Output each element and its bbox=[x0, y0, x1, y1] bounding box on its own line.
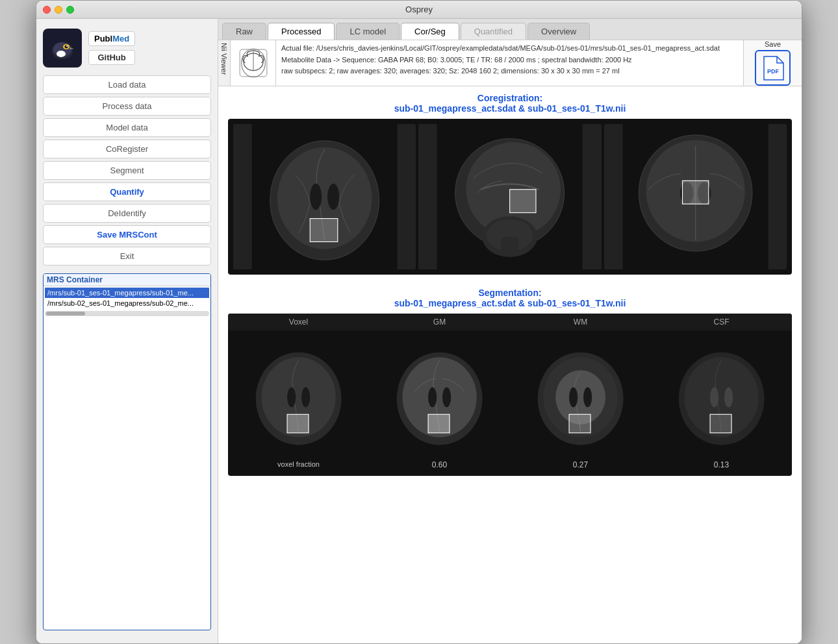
osprey-logo-icon bbox=[43, 29, 82, 68]
quantify-button[interactable]: Quantify bbox=[43, 182, 211, 201]
save-label: Save bbox=[765, 40, 781, 48]
meta-line2: raw subspecs: 2; raw averages: 320; aver… bbox=[281, 66, 738, 77]
svg-point-53 bbox=[710, 387, 718, 407]
sidebar-logo: PublMed GitHub bbox=[36, 25, 218, 74]
tab-raw[interactable]: Raw bbox=[222, 23, 266, 40]
exit-button[interactable]: Exit bbox=[43, 247, 211, 266]
svg-rect-23 bbox=[510, 190, 536, 213]
tab-overview[interactable]: Overview bbox=[527, 23, 590, 40]
mrs-container: MRS Container /mrs/sub-01_ses-01_megapre… bbox=[43, 273, 211, 630]
coreg-title-line1: Coregistration: bbox=[477, 93, 542, 103]
segmentation-section: Segmentation: sub-01_megapress_act.sdat … bbox=[228, 288, 792, 476]
save-area: Save PDF bbox=[743, 40, 802, 86]
tab-corseg[interactable]: Cor/Seg bbox=[401, 23, 459, 40]
seg-gm-image: 0.60 bbox=[369, 330, 510, 460]
axial-view bbox=[233, 124, 416, 269]
save-mrscont-button[interactable]: Save MRSCont bbox=[43, 225, 211, 244]
seg-wm-svg bbox=[517, 340, 644, 454]
pdf-icon-svg: PDF bbox=[761, 55, 785, 81]
svg-text:PDF: PDF bbox=[767, 68, 780, 75]
svg-rect-22 bbox=[502, 237, 519, 255]
window-title: Osprey bbox=[405, 5, 433, 14]
minimize-button[interactable] bbox=[55, 6, 62, 14]
actual-file-path: Actual file: /Users/chris_davies-jenkins… bbox=[281, 43, 738, 55]
meta-line1: Metabolite Data -> Sequence: GABA PAR 68… bbox=[281, 55, 738, 66]
mrs-scrollbar[interactable] bbox=[45, 311, 209, 316]
csf-fraction: 0.13 bbox=[714, 460, 729, 472]
segmentation-container: Voxel GM WM CSF bbox=[228, 314, 792, 476]
nii-info: Actual file: /Users/chris_davies-jenkins… bbox=[276, 40, 743, 86]
gm-fraction: 0.60 bbox=[432, 460, 447, 472]
brain-outline-svg bbox=[237, 47, 270, 79]
sagittal-brain-svg bbox=[418, 124, 601, 269]
svg-point-35 bbox=[301, 387, 310, 407]
seg-brain-gm bbox=[369, 334, 510, 460]
seg-csf-image: 0.13 bbox=[651, 330, 792, 460]
svg-rect-30 bbox=[682, 180, 708, 204]
svg-rect-49 bbox=[569, 414, 590, 433]
pdf-button[interactable]: PDF bbox=[755, 50, 791, 86]
seg-voxel-image: voxel fraction bbox=[228, 330, 369, 460]
close-button[interactable] bbox=[43, 6, 51, 14]
tab-processed[interactable]: Processed bbox=[268, 23, 335, 40]
coregister-button[interactable]: CoRegister bbox=[43, 140, 211, 158]
nii-brain-icon bbox=[231, 40, 276, 86]
sidebar: PublMed GitHub Load data Process data Mo… bbox=[36, 19, 218, 643]
main-window: Osprey bbox=[36, 0, 802, 644]
svg-point-5 bbox=[57, 51, 66, 57]
svg-point-48 bbox=[583, 387, 592, 407]
seg-col-wm: WM bbox=[510, 314, 651, 330]
mrs-item-2[interactable]: /mrs/sub-02_ses-01_megapress/sub-02_me..… bbox=[45, 298, 209, 308]
process-data-button[interactable]: Process data bbox=[43, 97, 211, 116]
mrs-scrollbar-thumb bbox=[46, 312, 85, 316]
tab-lc-model[interactable]: LC model bbox=[336, 23, 400, 40]
svg-point-4 bbox=[66, 45, 68, 47]
coronal-view bbox=[604, 124, 787, 269]
maximize-button[interactable] bbox=[66, 6, 74, 14]
github-link[interactable]: GitHub bbox=[88, 50, 135, 65]
brain-views-coreg bbox=[228, 119, 792, 275]
bird-svg bbox=[48, 34, 77, 62]
traffic-lights bbox=[43, 6, 74, 14]
seg-brain-voxel bbox=[228, 334, 369, 460]
main-layout: PublMed GitHub Load data Process data Mo… bbox=[36, 19, 802, 643]
voxel-fraction-label: voxel fraction bbox=[277, 460, 320, 471]
coregistration-title: Coregistration: sub-01_megapress_act.sda… bbox=[228, 93, 792, 114]
tab-quantified[interactable]: Quantified bbox=[461, 23, 526, 40]
seg-wm-image: 0.27 bbox=[510, 330, 651, 460]
svg-point-54 bbox=[724, 387, 733, 407]
segment-button[interactable]: Segment bbox=[43, 161, 211, 180]
seg-title-line1: Segmentation: bbox=[478, 288, 541, 298]
coregistration-image bbox=[228, 119, 792, 275]
nii-viewer-bar: Nii Viewer Ac bbox=[218, 40, 802, 86]
seg-brain-csf bbox=[651, 334, 792, 460]
load-data-button[interactable]: Load data bbox=[43, 75, 211, 94]
seg-col-csf: CSF bbox=[651, 314, 792, 330]
viewer-content: Coregistration: sub-01_megapress_act.sda… bbox=[218, 86, 802, 643]
svg-point-34 bbox=[287, 387, 296, 407]
tabbar: Raw Processed LC model Cor/Seg Quantifie… bbox=[218, 19, 802, 40]
svg-rect-55 bbox=[710, 414, 731, 433]
coronal-brain-svg bbox=[604, 124, 787, 269]
svg-point-41 bbox=[442, 387, 451, 407]
svg-point-15 bbox=[327, 184, 339, 210]
mrs-item-1[interactable]: /mrs/sub-01_ses-01_megapress/sub-01_me..… bbox=[45, 288, 209, 298]
seg-gm-svg bbox=[376, 340, 503, 454]
seg-header: Voxel GM WM CSF bbox=[228, 314, 792, 330]
segmentation-title: Segmentation: sub-01_megapress_act.sdat … bbox=[228, 288, 792, 308]
seg-brain-wm bbox=[510, 334, 651, 460]
sagittal-view bbox=[418, 124, 601, 269]
seg-col-voxel: Voxel bbox=[228, 314, 369, 330]
svg-point-40 bbox=[428, 387, 437, 407]
seg-csf-svg bbox=[658, 340, 785, 454]
model-data-button[interactable]: Model data bbox=[43, 118, 211, 137]
logo-links: PublMed GitHub bbox=[88, 31, 135, 65]
pubmed-link[interactable]: PublMed bbox=[88, 31, 135, 46]
deidentify-button[interactable]: DeIdentify bbox=[43, 204, 211, 223]
svg-rect-42 bbox=[428, 414, 450, 433]
seg-title-line2: sub-01_megapress_act.sdat & sub-01_ses-0… bbox=[394, 298, 626, 308]
content-area: Raw Processed LC model Cor/Seg Quantifie… bbox=[218, 19, 802, 643]
axial-brain-svg bbox=[233, 124, 416, 269]
seg-images: voxel fraction bbox=[228, 330, 792, 460]
svg-point-14 bbox=[310, 184, 322, 210]
